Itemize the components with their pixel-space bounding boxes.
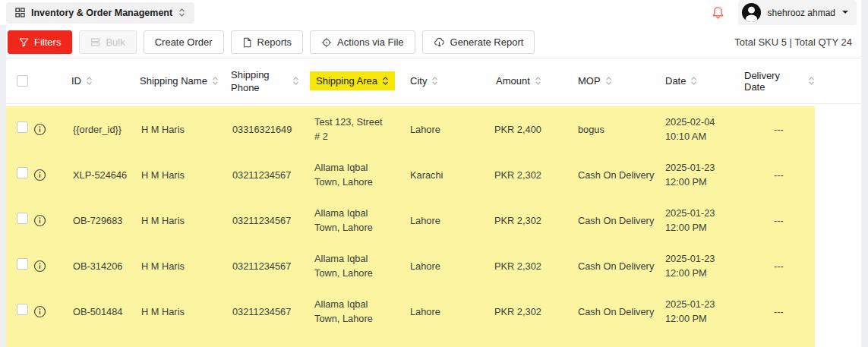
row-checkbox[interactable] [17,121,28,133]
delivery-date: --- [743,122,815,137]
select-all-cell [6,58,29,103]
city: Lahore [398,304,485,319]
shipping-name: H M Haris [132,168,223,182]
page-title: Inventory & Order Management [31,8,172,18]
city: Karachi [398,168,485,182]
notifications-bell-icon[interactable] [712,6,724,20]
shipping-phone: 03211234567 [223,259,307,273]
delivery-date: --- [743,304,815,319]
column-header-amount[interactable]: Amount [485,58,567,103]
info-icon[interactable] [33,123,46,136]
shipping-phone: 03211234567 [223,213,307,228]
row-checkbox[interactable] [17,213,28,224]
topbar: Inventory & Order Management sheh [0,0,861,25]
totals-summary: Total SKU 5 | Total QTY 24 [734,36,854,48]
city: Lahore [398,122,485,137]
sort-icon[interactable] [431,75,438,87]
grid-icon [15,8,25,17]
sort-icon[interactable] [808,75,815,87]
shipping-area: Allama Iqbal Town, Lahore [314,251,387,280]
sort-icon[interactable] [535,75,541,87]
order-id: OB-729683 [59,213,132,228]
reports-button[interactable]: Reports [231,30,304,54]
order-id: OB-501484 [59,304,132,319]
sort-icon[interactable] [605,75,612,87]
info-icon[interactable] [33,214,46,227]
city: Lahore [398,213,485,228]
filters-button[interactable]: Filters [8,30,72,54]
column-header-shipping-phone[interactable]: Shipping Phone [223,58,307,103]
city: Lahore [398,259,485,273]
shipping-name: H M Haris [132,259,223,273]
column-header-delivery-date[interactable]: Delivery Date [743,58,815,103]
shipping-phone: 03316321649 [223,122,307,137]
user-menu[interactable]: shehrooz ahmad [738,0,857,25]
app-switcher[interactable]: Inventory & Order Management [6,2,194,24]
table-body: {{order_id}} H M Haris 03316321649 Test … [6,106,815,347]
amount: PKR 2,302 [485,304,567,319]
delivery-date: --- [743,168,815,182]
order-date: 2025-01-23 12:00 PM [655,297,743,326]
shipping-name: H M Haris [132,213,223,228]
row-checkbox[interactable] [17,304,28,315]
mop: Cash On Delivery [567,168,655,182]
amount: PKR 2,400 [485,122,567,137]
info-icon[interactable] [33,305,46,318]
create-order-button[interactable]: Create Order [144,30,224,54]
unfold-icon [178,7,185,18]
column-header-shipping-name[interactable]: Shipping Name [132,58,223,103]
mop: bogus [567,122,655,137]
table-header: ID Shipping Name Shipping Phone Shipping… [6,58,861,104]
order-date: 2025-01-23 12:00 PM [655,206,743,235]
order-date: 2025-01-23 12:00 PM [655,251,743,280]
mop: Cash On Delivery [567,304,655,319]
amount: PKR 2,302 [485,168,567,182]
scrollbar-track[interactable] [861,0,868,347]
filter-funnel-icon [19,37,29,47]
report-file-icon [242,37,252,48]
order-id: {{order_id}} [59,122,132,137]
generate-report-button[interactable]: Generate Report [422,30,535,54]
sort-icon[interactable] [382,75,389,87]
column-header-city[interactable]: City [398,58,485,103]
shipping-area: Allama Iqbal Town, Lahore [314,206,387,235]
actions-via-file-button[interactable]: Actions via File [310,30,415,54]
select-all-checkbox[interactable] [17,75,28,87]
shipping-area: Allama Iqbal Town, Lahore [314,297,387,326]
shipping-phone: 03211234567 [223,304,307,319]
caret-down-icon [841,10,849,15]
aim-crosshair-icon [321,37,332,48]
highlighted-column-chip: Shipping Area [310,71,395,90]
delivery-date: --- [743,259,815,273]
shipping-area: Allama Iqbal Town, Lahore [314,160,387,189]
shipping-name: H M Haris [132,122,223,137]
delivery-date: --- [743,213,815,228]
table-row: OB-314206 H M Haris 03211234567 Allama I… [6,243,815,289]
order-id: XLP-524646 [59,168,132,182]
mop: Cash On Delivery [567,259,655,273]
info-icon[interactable] [33,169,46,181]
toolbar: Filters Bulk Create Order [6,25,861,58]
avatar [741,2,762,23]
column-header-mop[interactable]: MOP [567,58,655,103]
sort-icon[interactable] [690,75,697,87]
sort-icon[interactable] [212,75,219,87]
column-header-date[interactable]: Date [655,58,743,103]
bulk-icon [90,37,100,47]
row-checkbox[interactable] [17,258,28,270]
user-name: shehrooz ahmad [768,8,835,18]
column-header-id[interactable]: ID [59,58,132,103]
bulk-button[interactable]: Bulk [79,30,136,54]
row-checkbox[interactable] [17,167,28,178]
sort-icon[interactable] [86,75,93,87]
info-icon[interactable] [33,260,46,273]
sort-icon[interactable] [292,75,299,87]
order-date: 2025-01-23 12:00 PM [655,160,743,189]
shipping-phone: 03211234567 [223,168,307,182]
amount: PKR 2,302 [485,259,567,273]
shipping-name: H M Haris [132,304,223,319]
column-header-shipping-area[interactable]: Shipping Area [307,58,398,103]
shipping-area: Test 123, Street # 2 [314,115,387,144]
table-row: OB-729683 H M Haris 03211234567 Allama I… [6,197,815,243]
table-row: {{order_id}} H M Haris 03316321649 Test … [6,106,815,152]
